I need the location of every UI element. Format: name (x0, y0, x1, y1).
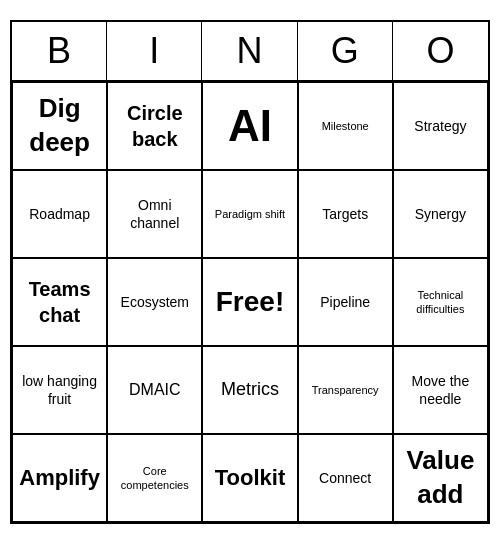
cell-15: low hanging fruit (12, 346, 107, 434)
cell-6: Omni channel (107, 170, 202, 258)
bingo-header: B I N G O (12, 22, 488, 82)
cell-17: Metrics (202, 346, 297, 434)
header-i: I (107, 22, 202, 80)
header-b: B (12, 22, 107, 80)
cell-23: Connect (298, 434, 393, 522)
cell-5: Roadmap (12, 170, 107, 258)
cell-4: Strategy (393, 82, 488, 170)
cell-1: Circle back (107, 82, 202, 170)
cell-0: Dig deep (12, 82, 107, 170)
bingo-grid: Dig deep Circle back AI Milestone Strate… (12, 82, 488, 522)
cell-12-free: Free! (202, 258, 297, 346)
cell-10: Teams chat (12, 258, 107, 346)
header-o: O (393, 22, 488, 80)
cell-3: Milestone (298, 82, 393, 170)
cell-11: Ecosystem (107, 258, 202, 346)
cell-8: Targets (298, 170, 393, 258)
cell-22: Toolkit (202, 434, 297, 522)
bingo-card: B I N G O Dig deep Circle back AI Milest… (10, 20, 490, 524)
cell-19: Move the needle (393, 346, 488, 434)
cell-20: Amplify (12, 434, 107, 522)
cell-24: Value add (393, 434, 488, 522)
cell-16: DMAIC (107, 346, 202, 434)
cell-18: Transparency (298, 346, 393, 434)
cell-7: Paradigm shift (202, 170, 297, 258)
cell-9: Synergy (393, 170, 488, 258)
cell-14: Technical difficulties (393, 258, 488, 346)
cell-2: AI (202, 82, 297, 170)
header-n: N (202, 22, 297, 80)
header-g: G (298, 22, 393, 80)
cell-13: Pipeline (298, 258, 393, 346)
cell-21: Core competencies (107, 434, 202, 522)
